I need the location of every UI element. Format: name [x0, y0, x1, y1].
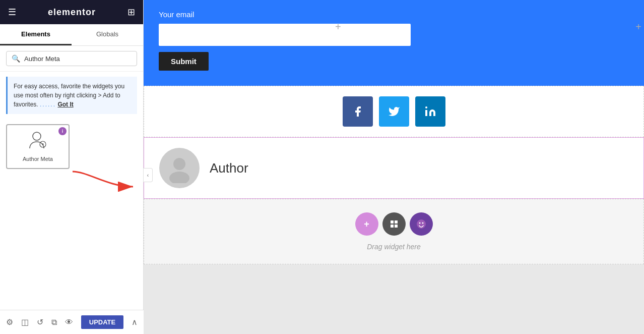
info-dots: ...... — [40, 101, 56, 108]
update-button[interactable]: UPDATE — [81, 315, 123, 329]
svg-point-14 — [422, 222, 423, 224]
panel-tabs: Elements Globals — [0, 24, 143, 46]
got-it-link[interactable]: Got It — [57, 101, 73, 108]
bottom-bar-left: ⚙ ◫ ↺ ⧉ 👁 — [6, 317, 73, 327]
author-avatar — [159, 148, 200, 188]
hamburger-icon[interactable]: ☰ — [8, 7, 16, 18]
settings-icon[interactable]: ⚙ — [6, 317, 13, 327]
linkedin-button[interactable] — [415, 96, 445, 127]
twitter-button[interactable] — [379, 96, 409, 127]
submit-button[interactable]: Submit — [159, 52, 209, 71]
search-box: 🔍 — [6, 51, 137, 66]
plus-icon-left[interactable]: + — [335, 21, 341, 33]
drop-label: Drag widget here — [367, 243, 421, 251]
email-input[interactable] — [159, 24, 411, 46]
email-label: Your email — [159, 10, 629, 19]
svg-point-13 — [419, 222, 420, 224]
tab-globals[interactable]: Globals — [72, 24, 143, 45]
search-container: 🔍 — [0, 46, 143, 72]
chevron-up-icon[interactable]: ∧ — [132, 317, 138, 327]
canvas-area: + + Your email Submit — [144, 0, 644, 334]
svg-point-5 — [425, 106, 427, 108]
plus-icon-right[interactable]: + — [635, 21, 641, 33]
author-meta-icon — [28, 131, 48, 152]
eye-icon[interactable]: 👁 — [65, 318, 73, 327]
svg-rect-11 — [395, 225, 398, 228]
svg-point-6 — [173, 158, 185, 170]
author-section: Author — [144, 137, 644, 199]
bottom-bar: ⚙ ◫ ↺ ⧉ 👁 UPDATE ∧ — [0, 310, 144, 334]
widget-author-meta[interactable]: i Author Meta — [6, 124, 70, 169]
social-section — [144, 86, 644, 137]
elementor-logo: elementor — [48, 7, 96, 18]
svg-point-0 — [33, 132, 41, 140]
layers-icon[interactable]: ◫ — [21, 317, 29, 327]
email-section: Your email Submit — [144, 0, 644, 86]
add-widget-button[interactable]: + — [355, 212, 378, 236]
facebook-button[interactable] — [343, 96, 373, 127]
author-name: Author — [210, 160, 248, 176]
widget-badge: i — [58, 127, 67, 135]
collapse-toggle[interactable]: ‹ — [144, 168, 153, 182]
widgets-grid: i Author Meta — [0, 119, 143, 174]
panel-header: ☰ elementor ⊞ — [0, 0, 143, 24]
svg-rect-8 — [391, 220, 394, 224]
svg-rect-10 — [391, 225, 394, 228]
template-button[interactable] — [410, 212, 433, 236]
info-box: For easy access, favorite the widgets yo… — [6, 77, 137, 114]
grid-icon[interactable]: ⊞ — [127, 7, 135, 18]
search-icon: 🔍 — [12, 54, 20, 63]
svg-rect-9 — [395, 220, 398, 224]
widget-label: Author Meta — [23, 156, 53, 162]
library-button[interactable] — [382, 212, 406, 236]
svg-point-7 — [169, 172, 189, 183]
drop-zone: + D — [144, 199, 644, 264]
search-input[interactable] — [24, 55, 132, 63]
drop-zone-buttons: + — [355, 212, 433, 236]
copy-icon[interactable]: ⧉ — [51, 318, 57, 327]
right-panel: + + Your email Submit — [144, 0, 644, 334]
history-icon[interactable]: ↺ — [37, 317, 43, 327]
tab-elements[interactable]: Elements — [0, 24, 72, 45]
